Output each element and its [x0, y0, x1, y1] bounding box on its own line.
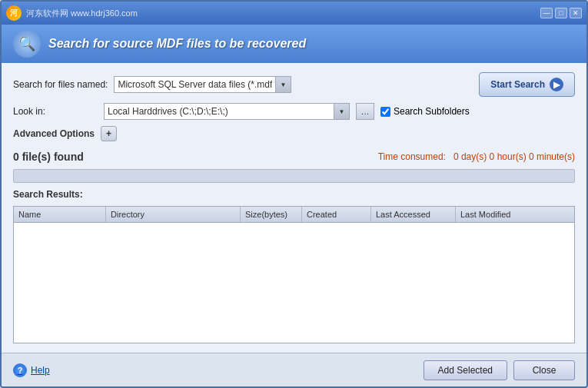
col-header-accessed: Last Accessed — [371, 207, 456, 222]
start-search-icon: ▶ — [550, 78, 563, 91]
search-files-combo[interactable]: ▼ — [114, 76, 291, 93]
title-bar: 河 河东软件网 www.hdrj360.com — □ ✕ — [2, 2, 586, 25]
main-content: Search for files named: ▼ Start Search ▶… — [2, 63, 586, 353]
browse-button[interactable]: … — [356, 103, 374, 120]
advanced-plus-icon: + — [106, 128, 111, 139]
look-in-label: Look in: — [13, 106, 98, 117]
col-header-name: Name — [14, 207, 106, 222]
search-files-label: Search for files named: — [13, 79, 108, 90]
start-search-label: Start Search — [490, 79, 545, 90]
col-header-directory: Directory — [106, 207, 241, 222]
col-header-created: Created — [302, 207, 371, 222]
table-header: Name Directory Size(bytes) Created Last … — [14, 207, 574, 223]
advanced-options-button[interactable]: + — [101, 126, 117, 141]
files-found-row: 0 file(s) found Time consumed: 0 day(s) … — [13, 151, 575, 163]
header-icon: 🔍 — [13, 30, 41, 58]
advanced-options-row: Advanced Options + — [13, 126, 575, 141]
col-header-modified: Last Modified — [456, 207, 574, 222]
results-table: Name Directory Size(bytes) Created Last … — [13, 206, 575, 343]
files-found-text: 0 file(s) found — [13, 151, 84, 163]
time-value: 0 day(s) 0 hour(s) 0 minute(s) — [453, 151, 575, 162]
time-consumed-text: Time consumed: 0 day(s) 0 hour(s) 0 minu… — [378, 151, 575, 162]
table-body — [14, 223, 574, 343]
maximize-button[interactable]: □ — [555, 8, 567, 18]
close-button[interactable]: ✕ — [570, 8, 582, 18]
look-in-dropdown-arrow[interactable]: ▼ — [334, 104, 349, 119]
app-icon: 河 — [6, 5, 22, 21]
advanced-options-label: Advanced Options — [13, 128, 95, 139]
look-in-input[interactable] — [105, 106, 334, 117]
search-results-label: Search Results: — [13, 189, 575, 200]
subfolders-text: Search Subfolders — [394, 106, 470, 117]
close-button[interactable]: Close — [513, 360, 575, 380]
progress-bar-container — [13, 169, 575, 183]
help-link[interactable]: ? Help — [13, 363, 50, 377]
minimize-button[interactable]: — — [540, 8, 553, 18]
subfolders-checkbox[interactable] — [380, 107, 390, 117]
look-in-row: Look in: ▼ … Search Subfolders — [13, 103, 575, 120]
help-text: Help — [31, 365, 50, 376]
col-header-size: Size(bytes) — [241, 207, 302, 222]
search-files-dropdown-arrow[interactable]: ▼ — [275, 77, 291, 92]
footer: ? Help Add Selected Close — [2, 353, 586, 386]
search-files-input[interactable] — [115, 79, 274, 90]
header-bar: 🔍 Search for source MDF files to be reco… — [2, 25, 586, 63]
window-title: 河东软件网 www.hdrj360.com — [26, 8, 138, 19]
start-search-button[interactable]: Start Search ▶ — [479, 72, 575, 97]
window-controls: — □ ✕ — [540, 8, 582, 18]
look-in-combo[interactable]: ▼ — [104, 103, 350, 120]
subfolders-label[interactable]: Search Subfolders — [380, 106, 470, 117]
header-title: Search for source MDF files to be recove… — [48, 37, 306, 51]
footer-buttons: Add Selected Close — [424, 360, 575, 380]
help-icon: ? — [13, 363, 27, 377]
add-selected-button[interactable]: Add Selected — [424, 360, 507, 380]
search-files-row: Search for files named: ▼ Start Search ▶ — [13, 72, 575, 97]
time-label: Time consumed: — [378, 151, 446, 162]
